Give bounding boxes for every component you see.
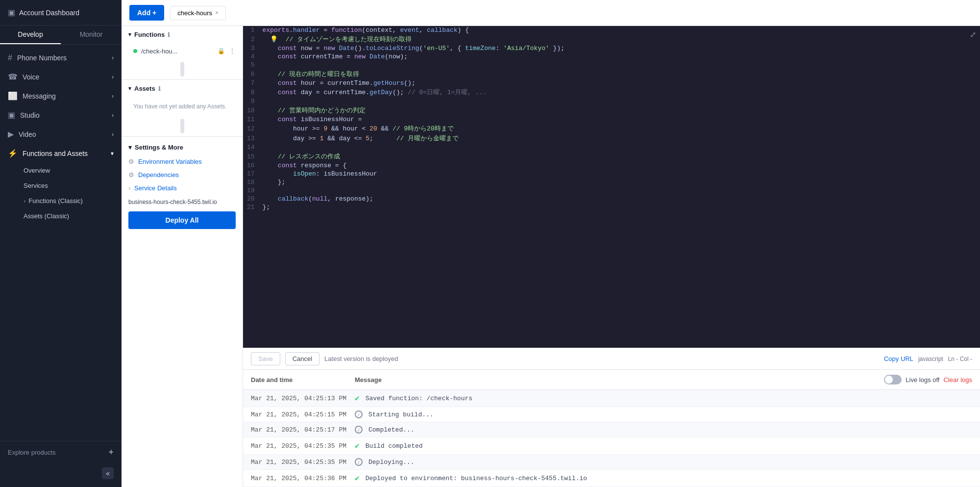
clear-logs-button[interactable]: Clear logs [943,376,972,384]
sidebar-item-phone-numbers[interactable]: # Phone Numbers › [0,49,122,67]
settings-env-vars[interactable]: ⚙ Environment Variables [128,155,236,168]
sidebar-item-video[interactable]: ▶ Video › [0,125,122,144]
functions-section-label: Functions [134,31,165,38]
tab-bar: check-hours × [170,6,226,20]
code-line-4: 4 const currentTime = new Date(now); [243,52,980,61]
code-line-19: 19 [243,186,980,195]
sidebar-item-functions-assets-label: Functions and Assets [23,150,88,157]
code-tab-label: check-hours [177,9,212,17]
sidebar-item-functions-classic[interactable]: › Functions (Classic) [16,193,122,208]
functions-info-icon: ℹ [168,31,170,38]
chevron-right-icon: › [112,112,114,119]
assets-section-header[interactable]: ▾ Assets ℹ [122,80,243,97]
service-url: business-hours-check-5455.twil.io [128,195,236,207]
account-dashboard-link[interactable]: ▣ Account Dashboard [8,8,114,17]
toggle-knob [885,376,893,384]
live-logs-toggle[interactable] [884,375,902,384]
code-tab-check-hours[interactable]: check-hours × [170,6,226,20]
settings-section-header[interactable]: ▾ Settings & More [128,142,236,155]
code-line-15: 15 // レスポンスの作成 [243,152,980,161]
functions-section: ▾ Functions ℹ /check-hou... 🔒 ⋮ [122,26,243,80]
assets-info-icon: ℹ [158,85,161,92]
log-msg-cell: Deploying... [368,459,972,466]
logs-toggle-area: Live logs off Clear logs [884,375,972,384]
tab-monitor[interactable]: Monitor [61,26,122,44]
log-date-cell: Mar 21, 2025, 04:25:15 PM [251,411,349,418]
log-row: Mar 21, 2025, 04:25:13 PM✔Saved function… [243,390,980,407]
close-tab-icon[interactable]: × [215,9,219,16]
log-info-icon: i [355,426,363,434]
log-msg-cell: Build completed [366,442,972,450]
assets-chevron-icon: ▾ [128,85,131,92]
sidebar-item-voice-label: Voice [23,73,39,81]
assets-scrollbar[interactable] [180,119,184,133]
log-row: Mar 21, 2025, 04:25:17 PMiCompleted... [243,422,980,437]
sidebar-item-functions-classic-label: Functions (Classic) [28,197,83,205]
log-msg-header: Message [355,376,878,384]
account-dashboard-label: Account Dashboard [19,9,79,17]
sidebar-item-assets-classic[interactable]: Assets (Classic) [16,208,122,224]
functions-assets-submenu: Overview Services › Functions (Classic) … [0,163,122,224]
editor-footer: Save Cancel Latest version is deployed C… [243,348,980,369]
sidebar-item-messaging[interactable]: ⬜ Messaging › [0,86,122,105]
code-line-16: 16 const response = { [243,161,980,170]
log-success-icon: ✔ [355,393,360,403]
sidebar-item-studio[interactable]: ▣ Studio › [0,105,122,125]
code-line-9: 9 [243,97,980,105]
content-area: ▾ Functions ℹ /check-hou... 🔒 ⋮ ▾ [122,26,980,487]
tab-develop[interactable]: Develop [0,26,61,44]
chevron-right-icon: › [112,131,114,138]
fullscreen-button[interactable]: ⤢ [970,30,976,39]
dashboard-icon: ▣ [8,8,15,17]
assets-section-label: Assets [134,85,155,92]
more-options-icon[interactable]: ⋮ [229,47,236,55]
settings-dependencies[interactable]: ⚙ Dependencies [128,168,236,181]
explore-plus-icon[interactable]: + [108,447,114,458]
collapse-sidebar-button[interactable]: « [102,467,114,479]
deploy-all-button[interactable]: Deploy All [128,211,236,229]
cancel-button[interactable]: Cancel [285,352,319,365]
sidebar-item-studio-label: Studio [20,111,40,119]
editor-area: ⤢ 1exports.handler = function(context, e… [243,26,980,487]
messaging-icon: ⬜ [8,91,18,101]
copy-url-button[interactable]: Copy URL [884,355,913,362]
code-line-1: 1exports.handler = function(context, eve… [243,26,980,34]
add-button[interactable]: Add + [129,5,164,21]
save-button[interactable]: Save [251,352,280,365]
sidebar-top: ▣ Account Dashboard [0,0,122,26]
code-line-12: 12 hour >= 9 && hour < 20 && // 9時から20時ま… [243,124,980,133]
functions-scrollbar[interactable] [180,62,184,77]
sidebar-item-video-label: Video [19,130,36,138]
log-msg-cell: Deployed to environment: business-hours-… [366,475,972,482]
functions-section-header[interactable]: ▾ Functions ℹ [122,26,243,43]
env-vars-label: Environment Variables [138,158,202,165]
settings-service-details[interactable]: › Service Details [128,181,236,195]
sidebar-item-functions-assets[interactable]: ⚡ Functions and Assets ▾ [0,144,122,163]
log-date-cell: Mar 21, 2025, 04:25:17 PM [251,426,349,434]
code-table: 1exports.handler = function(context, eve… [243,26,980,211]
sidebar-item-voice[interactable]: ☎ Voice › [0,67,122,86]
assets-section: ▾ Assets ℹ You have not yet added any As… [122,80,243,137]
explore-products-label[interactable]: Explore products [8,449,56,456]
log-msg-cell: Starting build... [368,411,972,418]
sidebar-item-services[interactable]: Services [16,178,122,193]
code-editor[interactable]: ⤢ 1exports.handler = function(context, e… [243,26,980,348]
code-line-14: 14 [243,143,980,152]
sidebar-item-overview[interactable]: Overview [16,163,122,178]
phone-numbers-icon: # [8,53,12,62]
lock-icon: 🔒 [218,48,225,54]
service-details-label: Service Details [134,184,177,192]
code-line-6: 6 // 現在の時間と曜日を取得 [243,69,980,79]
code-line-13: 13 day >= 1 && day <= 5; // 月曜から金曜まで [243,133,980,143]
log-date-cell: Mar 21, 2025, 04:25:13 PM [251,395,349,402]
log-msg-cell: Saved function: /check-hours [366,395,972,402]
log-info-icon: i [355,410,363,418]
file-name-label: /check-hou... [141,48,214,55]
gear-icon-deps: ⚙ [128,171,134,179]
main-content: Add + check-hours × ▾ Functions ℹ /check… [122,0,980,487]
file-item-check-hours[interactable]: /check-hou... 🔒 ⋮ [122,43,243,59]
gear-icon-env: ⚙ [128,158,134,165]
deployed-status-text: Latest version is deployed [324,355,398,362]
log-date-cell: Mar 21, 2025, 04:25:35 PM [251,459,349,466]
sidebar-item-phone-numbers-label: Phone Numbers [17,54,67,62]
